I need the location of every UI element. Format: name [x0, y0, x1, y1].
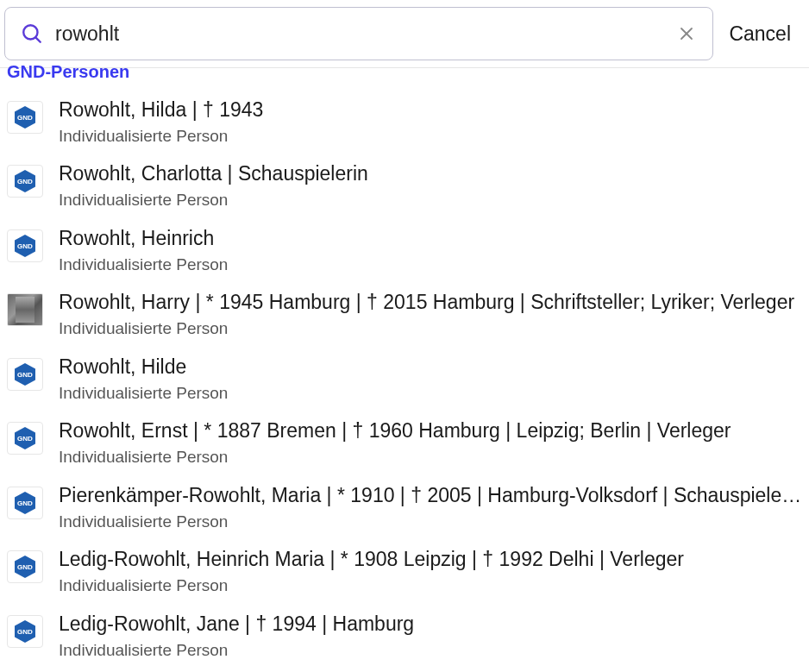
result-title: Rowohlt, Heinrich [59, 226, 802, 252]
gnd-hexagon-icon: GND [13, 234, 37, 258]
result-subtitle: Individualisierte Person [59, 639, 802, 663]
gnd-hexagon-icon: GND [13, 362, 37, 386]
result-text: Rowohlt, Heinrich Individualisierte Pers… [59, 226, 802, 276]
result-item[interactable]: GND Rowohlt, Ernst | * 1887 Bremen | † 1… [7, 413, 802, 477]
result-subtitle: Individualisierte Person [59, 254, 802, 277]
result-title: Rowohlt, Hilde [59, 355, 802, 380]
gnd-badge: GND [7, 615, 43, 648]
svg-text:GND: GND [17, 242, 33, 250]
svg-text:GND: GND [17, 499, 33, 507]
search-box[interactable] [4, 7, 713, 60]
svg-text:GND: GND [17, 563, 33, 571]
result-item[interactable]: GND Rowohlt, Charlotta | Schauspielerin … [7, 156, 802, 220]
result-text: Rowohlt, Ernst | * 1887 Bremen | † 1960 … [59, 418, 802, 468]
result-item[interactable]: GND Pierenkämper-Rowohlt, Maria | * 1910… [7, 478, 802, 542]
section-header: GND-Personen [0, 63, 809, 80]
result-title: Rowohlt, Ernst | * 1887 Bremen | † 1960 … [59, 418, 802, 444]
gnd-hexagon-icon: GND [13, 491, 37, 515]
result-item[interactable]: GND Rowohlt, Hilda | † 1943 Individualis… [7, 92, 802, 156]
clear-icon[interactable] [674, 22, 699, 46]
result-text: Rowohlt, Hilda | † 1943 Individualisiert… [59, 97, 802, 148]
svg-text:GND: GND [17, 435, 33, 443]
result-subtitle: Individualisierte Person [59, 382, 802, 405]
search-input[interactable] [55, 22, 662, 46]
result-text: Rowohlt, Harry | * 1945 Hamburg | † 2015… [59, 290, 802, 340]
result-subtitle: Individualisierte Person [59, 125, 802, 148]
result-text: Pierenkämper-Rowohlt, Maria | * 1910 | †… [59, 483, 802, 533]
gnd-badge: GND [7, 229, 43, 262]
svg-text:GND: GND [17, 371, 33, 379]
result-title: Ledig-Rowohlt, Jane | † 1994 | Hamburg [59, 612, 802, 637]
result-title: Ledig-Rowohlt, Heinrich Maria | * 1908 L… [59, 547, 802, 573]
result-text: Rowohlt, Hilde Individualisierte Person [59, 355, 802, 405]
gnd-hexagon-icon: GND [13, 619, 37, 644]
gnd-badge: GND [7, 358, 43, 391]
result-item[interactable]: GND Rowohlt, Hilde Individualisierte Per… [7, 349, 802, 413]
result-item[interactable]: GND Ledig-Rowohlt, Heinrich Maria | * 19… [7, 542, 802, 606]
result-item[interactable]: Rowohlt, Harry | * 1945 Hamburg | † 2015… [7, 285, 802, 349]
svg-text:GND: GND [17, 178, 33, 185]
result-subtitle: Individualisierte Person [59, 189, 802, 212]
svg-text:GND: GND [17, 628, 33, 636]
gnd-badge: GND [7, 487, 43, 519]
result-title: Rowohlt, Harry | * 1945 Hamburg | † 2015… [59, 290, 802, 316]
svg-text:GND: GND [17, 114, 33, 122]
person-photo-thumbnail [7, 293, 43, 326]
gnd-badge: GND [7, 165, 43, 198]
cancel-button[interactable]: Cancel [729, 22, 805, 46]
gnd-hexagon-icon: GND [13, 555, 37, 579]
gnd-badge: GND [7, 550, 43, 583]
result-text: Rowohlt, Charlotta | Schauspielerin Indi… [59, 161, 802, 211]
gnd-hexagon-icon: GND [13, 169, 37, 193]
gnd-badge: GND [7, 422, 43, 455]
result-title: Rowohlt, Charlotta | Schauspielerin [59, 161, 802, 187]
result-subtitle: Individualisierte Person [59, 511, 802, 534]
result-title: Pierenkämper-Rowohlt, Maria | * 1910 | †… [59, 483, 802, 509]
search-icon [21, 22, 43, 45]
result-title: Rowohlt, Hilda | † 1943 [59, 97, 802, 123]
results-list: GND Rowohlt, Hilda | † 1943 Individualis… [0, 92, 809, 672]
result-subtitle: Individualisierte Person [59, 575, 802, 598]
svg-line-1 [36, 38, 41, 42]
result-item[interactable]: GND Rowohlt, Heinrich Individualisierte … [7, 221, 802, 285]
result-text: Ledig-Rowohlt, Heinrich Maria | * 1908 L… [59, 547, 802, 597]
search-bar: Cancel [0, 0, 809, 68]
result-item[interactable]: GND Ledig-Rowohlt, Jane | † 1994 | Hambu… [7, 606, 802, 670]
result-subtitle: Individualisierte Person [59, 317, 802, 341]
gnd-badge: GND [7, 101, 43, 134]
result-subtitle: Individualisierte Person [59, 446, 802, 469]
result-text: Ledig-Rowohlt, Jane | † 1994 | Hamburg I… [59, 612, 802, 662]
gnd-hexagon-icon: GND [13, 105, 37, 129]
gnd-hexagon-icon: GND [13, 426, 37, 450]
